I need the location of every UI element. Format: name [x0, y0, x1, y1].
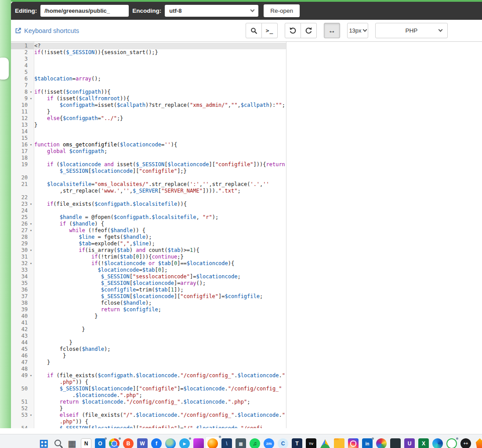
fold-arrow-icon[interactable]: ▾: [28, 142, 34, 148]
fold-arrow-icon[interactable]: ▾: [28, 247, 34, 254]
code-line[interactable]: 48: [11, 366, 286, 372]
telegram-icon[interactable]: ▸: [179, 438, 190, 448]
code-line[interactable]: 29 $tab=explode(",",$line);: [11, 240, 286, 247]
code-line[interactable]: 35 $_SESSION[$locationcode]=array();: [11, 280, 286, 287]
code-line[interactable]: 28 $line = fgets($handle);: [11, 234, 286, 240]
code-line[interactable]: 39 return $configfile;: [11, 306, 286, 313]
firefox-icon[interactable]: [206, 437, 220, 448]
outlook-icon[interactable]: O: [95, 438, 105, 448]
code-line[interactable]: 8▾if(!isset($configpath)){: [11, 89, 286, 95]
earth-browser-icon[interactable]: [165, 438, 176, 448]
code-line[interactable]: 14: [11, 128, 286, 135]
code-line[interactable]: ,str_replace('www.','',$_SERVER["SERVER_…: [11, 188, 286, 194]
code-line[interactable]: 2if(!isset($_SESSION)){session_start();}: [11, 49, 286, 56]
code-line[interactable]: 13}: [11, 122, 286, 128]
code-line[interactable]: 1<?: [11, 43, 286, 49]
dark-app-icon[interactable]: [390, 438, 401, 448]
code-line[interactable]: 43: [11, 333, 286, 339]
task-view-icon[interactable]: ▦: [67, 438, 77, 448]
taskbar-search-icon[interactable]: [53, 438, 63, 448]
code-line[interactable]: 10 $configpath=isset($callpath)?str_repl…: [11, 102, 286, 109]
code-line[interactable]: .$locationcode.".php";: [11, 392, 286, 399]
file-explorer-icon[interactable]: [334, 438, 344, 448]
instagram-icon[interactable]: [348, 438, 359, 448]
code-line[interactable]: 22: [11, 194, 286, 201]
side-panel-handle[interactable]: [0, 58, 9, 80]
code-line[interactable]: 25 $handle = @fopen($configpath.$localsi…: [11, 214, 286, 221]
keyboard-shortcuts-link[interactable]: Keyboard shortcuts: [15, 27, 79, 34]
flame-app-icon[interactable]: [475, 438, 482, 448]
start-icon[interactable]: ⊞: [39, 438, 49, 448]
code-line[interactable]: 16▾function oms_getconfigfile($locationc…: [11, 142, 286, 148]
photos-app-icon[interactable]: [193, 438, 204, 448]
word-wrap-toggle[interactable]: ↔: [324, 23, 340, 38]
code-line[interactable]: 40 }: [11, 313, 286, 320]
facebook-icon[interactable]: f: [151, 438, 162, 448]
media-player-icon[interactable]: [376, 438, 387, 448]
code-line[interactable]: 44 }: [11, 339, 286, 346]
calculator-icon[interactable]: ▦: [236, 438, 246, 448]
code-line[interactable]: 30▾ if(is_array($tab) and count($tab)>=1…: [11, 247, 286, 254]
fold-arrow-icon[interactable]: ▾: [28, 95, 34, 102]
notepad-plus-icon[interactable]: ++: [460, 438, 471, 448]
code-line[interactable]: 3: [11, 56, 286, 62]
tv-app-icon[interactable]: TV: [306, 438, 316, 448]
chrome-icon[interactable]: [109, 438, 120, 448]
code-line[interactable]: .php")) {: [11, 379, 286, 386]
goto-line-button[interactable]: >_: [261, 23, 278, 38]
brave-icon[interactable]: B: [123, 438, 134, 448]
code-line[interactable]: .php")) {: [11, 419, 286, 425]
code-line[interactable]: 19 if ($locationcode and isset($_SESSION…: [11, 161, 286, 168]
word-icon[interactable]: W: [137, 438, 148, 448]
c-app-icon[interactable]: C: [278, 438, 288, 448]
fold-arrow-icon[interactable]: ▾: [28, 412, 34, 419]
fold-arrow-icon[interactable]: ▾: [28, 372, 34, 379]
code-line[interactable]: 17 global $configpath;: [11, 148, 286, 155]
file-path-input[interactable]: [40, 5, 129, 17]
code-line[interactable]: 15: [11, 135, 286, 142]
whatsapp-icon[interactable]: [446, 438, 457, 448]
zoom-icon[interactable]: zm: [264, 438, 274, 448]
fold-arrow-icon[interactable]: ▾: [28, 201, 34, 208]
code-line[interactable]: 36 $configfile=trim($tab[1]);: [11, 287, 286, 293]
code-line[interactable]: 32▾ if(!$locationcode or $tab[0]==$locat…: [11, 260, 286, 267]
font-size-select[interactable]: 13px: [347, 23, 368, 38]
code-line[interactable]: 20: [11, 175, 286, 181]
code-line[interactable]: 26▾ if ($handle) {: [11, 221, 286, 227]
code-line[interactable]: 41: [11, 320, 286, 326]
redo-button[interactable]: [301, 23, 317, 38]
code-line[interactable]: 12 else{$configpath="../";}: [11, 115, 286, 122]
fold-arrow-icon[interactable]: ▾: [28, 89, 34, 95]
code-line[interactable]: 9▾ if (isset($callfromroot)){: [11, 95, 286, 102]
spotify-icon[interactable]: ♫: [250, 438, 260, 448]
linkedin-icon[interactable]: in: [362, 438, 373, 448]
code-line[interactable]: 33 $locationcode=$tab[0];: [11, 267, 286, 273]
code-line[interactable]: $_SESSION[$locationcode]["configfile"];}: [11, 168, 286, 175]
code-line[interactable]: 27▾ while (!feof($handle)) {: [11, 227, 286, 234]
code-line[interactable]: 6$tablocation=array();: [11, 76, 286, 82]
google-drive-icon[interactable]: [320, 438, 330, 448]
code-line[interactable]: 31 if(!trim($tab[0])){continue;}: [11, 254, 286, 260]
fold-arrow-icon[interactable]: ▾: [28, 221, 34, 227]
code-line[interactable]: 52 }: [11, 405, 286, 412]
notion-icon[interactable]: N: [81, 438, 91, 448]
code-line[interactable]: 42 }: [11, 326, 286, 333]
code-line[interactable]: 23▾ if(file_exists($configpath.$localsit…: [11, 201, 286, 208]
reopen-button[interactable]: Re-open: [264, 4, 300, 17]
code-line[interactable]: 24: [11, 208, 286, 214]
code-line[interactable]: 45 fclose($handle);: [11, 346, 286, 353]
code-line[interactable]: 37 $_SESSION[$locationcode]["configfile"…: [11, 293, 286, 300]
code-line[interactable]: 11 }: [11, 109, 286, 115]
code-line[interactable]: 49▾ if (file_exists($configpath.$locatio…: [11, 372, 286, 379]
code-line[interactable]: 34 $_SESSION["sesslocationcode"]=$locati…: [11, 273, 286, 280]
code-line[interactable]: 46 }: [11, 353, 286, 359]
fold-arrow-icon[interactable]: ▾: [28, 260, 34, 267]
syntax-select[interactable]: PHP: [375, 23, 448, 38]
fold-arrow-icon[interactable]: ▾: [28, 227, 34, 234]
encoding-select[interactable]: utf-8: [165, 5, 258, 17]
code-line[interactable]: 4: [11, 62, 286, 69]
design-app-icon[interactable]: \: [221, 438, 232, 448]
code-line[interactable]: 47 }: [11, 359, 286, 366]
excel-icon[interactable]: X: [418, 438, 429, 448]
code-line[interactable]: 50 $_SESSION[$locationcode]["configfile"…: [11, 386, 286, 392]
